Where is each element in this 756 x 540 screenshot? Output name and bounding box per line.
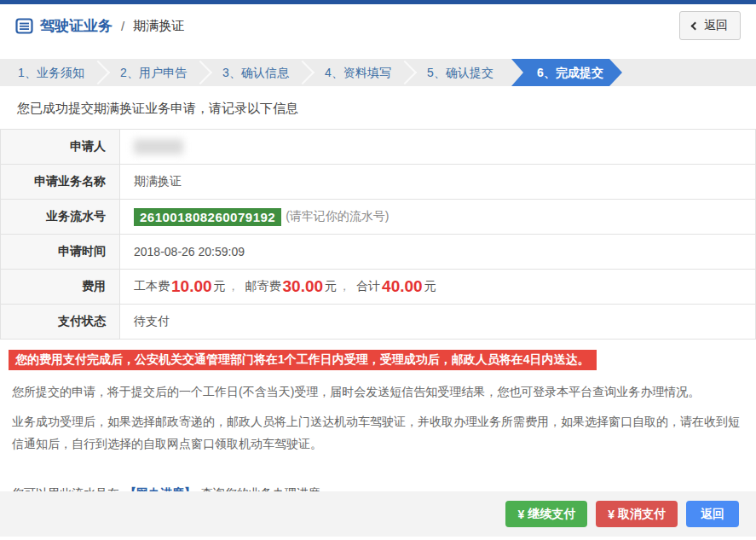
applicant-name-redacted (134, 139, 183, 154)
fee-amount: 40.00 (382, 277, 423, 296)
row-label: 申请时间 (1, 235, 120, 269)
action-bar: ¥ 继续支付 ¥ 取消支付 返回 (0, 491, 756, 537)
cancel-pay-button[interactable]: ¥ 取消支付 (596, 501, 678, 527)
info-table: 申请人 申请业务名称 期满换证 业务流水号 261001808260079192… (0, 129, 756, 340)
cancel-pay-label: 取消支付 (618, 507, 666, 522)
step-label: 5、确认提交 (427, 66, 493, 79)
continue-pay-button[interactable]: ¥ 继续支付 (505, 501, 587, 527)
back-button-label: 返回 (704, 18, 728, 33)
step-5-confirm-submit: 5、确认提交 (409, 59, 511, 86)
step-label: 3、确认信息 (222, 66, 289, 79)
row-label: 业务流水号 (1, 200, 120, 234)
chevron-left-icon (691, 21, 700, 30)
step-3-confirm-info: 3、确认信息 (205, 59, 307, 86)
row-label: 申请人 (1, 130, 120, 164)
back-button[interactable]: 返回 (679, 11, 741, 40)
apply-time: 2018-08-26 20:59:09 (134, 245, 245, 258)
page: 驾驶证业务 / 期满换证 返回 1、业务须知 2、用户申告 3、确认信息 4、资… (0, 0, 756, 540)
row-value: 2018-08-26 20:59:09 (120, 235, 755, 269)
notes-section: 您所提交的申请，将于提交后的一个工作日(不含当天)受理，届时会发送短信告知受理结… (0, 381, 756, 505)
step-label: 4、资料填写 (325, 66, 391, 79)
table-row-apply-time: 申请时间 2018-08-26 20:59:09 (1, 235, 755, 270)
step-navigation: 1、业务须知 2、用户申告 3、确认信息 4、资料填写 5、确认提交 6、完成提… (0, 59, 756, 86)
fee-separator: ， (338, 279, 350, 294)
step-4-fill-data: 4、资料填写 (307, 59, 409, 86)
step-6-complete-submit-active: 6、完成提交 (511, 59, 622, 86)
form-list-icon (15, 18, 33, 34)
business-name: 期满换证 (134, 174, 182, 189)
yen-icon: ¥ (608, 508, 615, 521)
breadcrumb-section[interactable]: 驾驶证业务 (40, 16, 113, 36)
step-label: 1、业务须知 (18, 66, 84, 79)
breadcrumb: 驾驶证业务 / 期满换证 (15, 16, 184, 36)
payment-warning-banner: 您的费用支付完成后，公安机关交通管理部门将在1个工作日内受理，受理成功后，邮政人… (9, 350, 597, 370)
fee-unit: 元 (325, 279, 337, 294)
table-row-payment-status: 支付状态 待支付 (1, 305, 755, 340)
row-value (120, 130, 755, 164)
row-value: 待支付 (120, 305, 755, 339)
table-row-serial-number: 业务流水号 261001808260079192 (请牢记你的流水号) (1, 200, 755, 235)
row-value: 261001808260079192 (请牢记你的流水号) (120, 200, 755, 234)
note-processing: 您所提交的申请，将于提交后的一个工作日(不含当天)受理，届时会发送短信告知受理结… (12, 381, 744, 404)
payment-status: 待支付 (134, 314, 170, 329)
row-label: 支付状态 (1, 305, 120, 339)
fee-amount: 30.00 (283, 277, 324, 296)
table-row-applicant: 申请人 (1, 130, 755, 165)
fee-unit: 元 (214, 279, 226, 294)
table-row-fee: 费用 工本费 10.00 元 ， 邮寄费 30.00 元 ， 合计 40.00 … (1, 270, 755, 305)
step-label: 2、用户申告 (120, 66, 187, 79)
continue-pay-label: 继续支付 (528, 507, 575, 522)
row-value: 期满换证 (120, 165, 755, 199)
breadcrumb-separator: / (121, 19, 124, 33)
row-label: 费用 (1, 270, 120, 304)
table-row-business-name: 申请业务名称 期满换证 (1, 165, 755, 200)
note-delivery: 业务成功受理后，如果选择邮政寄递的，邮政人员将上门送达机动车驾驶证，并收取办理业… (12, 411, 744, 456)
success-message: 您已成功提交期满换证业务申请，请记录以下信息 (17, 101, 756, 117)
serial-number-note: (请牢记你的流水号) (286, 209, 389, 224)
serial-number-badge: 261001808260079192 (134, 208, 281, 226)
step-label: 6、完成提交 (537, 66, 603, 79)
page-header: 驾驶证业务 / 期满换证 返回 (0, 4, 756, 47)
page-title: 期满换证 (133, 18, 184, 34)
return-label: 返回 (701, 507, 724, 522)
fee-item-label: 合计 (356, 279, 380, 294)
fee-separator: ， (228, 279, 239, 294)
step-2-user-declaration: 2、用户申告 (102, 59, 205, 86)
row-value: 工本费 10.00 元 ， 邮寄费 30.00 元 ， 合计 40.00 元 (120, 270, 755, 304)
fee-item-label: 工本费 (134, 279, 170, 294)
step-1-business-notice: 1、业务须知 (0, 59, 102, 86)
fee-amount: 10.00 (171, 277, 212, 296)
yen-icon: ¥ (517, 508, 524, 521)
fee-item-label: 邮寄费 (245, 279, 281, 294)
fee-unit: 元 (424, 279, 436, 294)
row-label: 申请业务名称 (1, 165, 120, 199)
return-button[interactable]: 返回 (686, 501, 739, 527)
